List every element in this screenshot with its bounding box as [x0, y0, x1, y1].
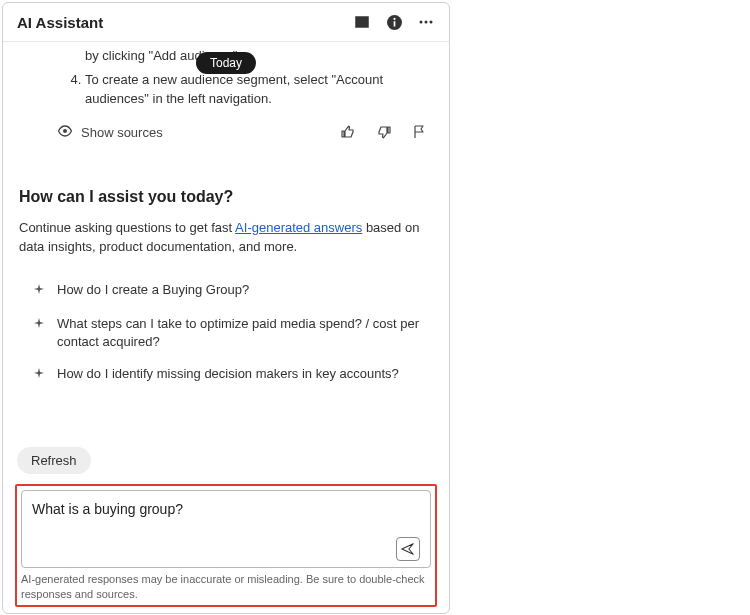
disclaimer-text: AI-generated responses may be inaccurate… — [21, 572, 431, 601]
header-actions — [353, 13, 435, 31]
info-icon[interactable] — [385, 13, 403, 31]
svg-point-4 — [393, 17, 395, 19]
answer-item-4: To create a new audience segment, select… — [85, 70, 433, 109]
input-highlight-zone: AI-generated responses may be inaccurate… — [15, 484, 437, 607]
suggestion-item[interactable]: How do I create a Buying Group? — [33, 281, 433, 301]
show-sources-label: Show sources — [81, 125, 163, 140]
suggestion-text: What steps can I take to optimize paid m… — [57, 315, 433, 351]
ai-assistant-panel: AI Assistant Today by clicking "Add audi… — [2, 2, 450, 614]
sparkle-icon — [33, 317, 47, 335]
suggestion-text: How do I create a Buying Group? — [57, 281, 249, 299]
more-icon[interactable] — [417, 13, 435, 31]
refresh-button[interactable]: Refresh — [17, 447, 91, 474]
answer-excerpt: by clicking "Add audience" To create a n… — [67, 42, 433, 109]
eye-icon — [57, 123, 73, 142]
content-area: Today by clicking "Add audience" To crea… — [3, 42, 449, 441]
panel-title: AI Assistant — [17, 14, 103, 31]
sparkle-icon — [33, 283, 47, 301]
flag-icon[interactable] — [411, 123, 429, 141]
feedback-icons — [339, 123, 429, 141]
bottom-area: Refresh AI-generated responses may be in… — [3, 441, 449, 613]
send-icon — [401, 542, 415, 556]
ai-answers-link[interactable]: AI-generated answers — [235, 220, 362, 235]
assist-heading: How can I assist you today? — [19, 188, 433, 206]
suggestion-item[interactable]: What steps can I take to optimize paid m… — [33, 315, 433, 351]
assist-sub-prefix: Continue asking questions to get fast — [19, 220, 235, 235]
svg-point-5 — [420, 21, 423, 24]
message-input-box[interactable] — [21, 490, 431, 568]
sources-row: Show sources — [57, 123, 433, 142]
panel-header: AI Assistant — [3, 3, 449, 42]
message-input[interactable] — [32, 501, 420, 537]
svg-point-7 — [430, 21, 433, 24]
suggestion-text: How do I identify missing decision maker… — [57, 365, 399, 383]
svg-rect-3 — [393, 21, 395, 26]
svg-point-6 — [425, 21, 428, 24]
show-sources-button[interactable]: Show sources — [57, 123, 163, 142]
svg-point-8 — [63, 129, 67, 133]
sparkle-icon — [33, 367, 47, 385]
today-badge: Today — [196, 52, 256, 74]
send-button[interactable] — [396, 537, 420, 561]
thumbs-up-icon[interactable] — [339, 123, 357, 141]
fullscreen-icon[interactable] — [353, 13, 371, 31]
svg-rect-1 — [356, 17, 368, 27]
assist-subtext: Continue asking questions to get fast AI… — [19, 218, 433, 257]
thumbs-down-icon[interactable] — [375, 123, 393, 141]
suggestion-item[interactable]: How do I identify missing decision maker… — [33, 365, 433, 385]
